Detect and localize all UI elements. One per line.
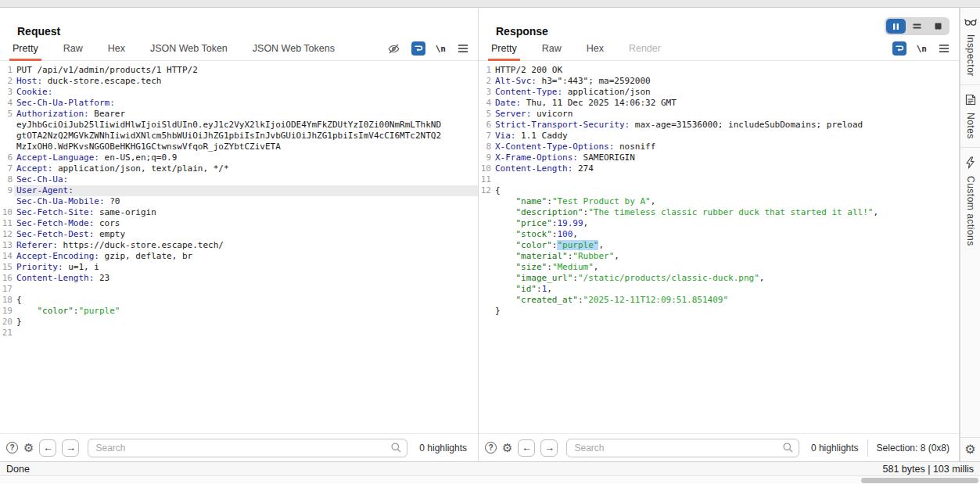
pause-intercept-button[interactable] bbox=[886, 19, 906, 34]
code-line[interactable]: "id":1, bbox=[479, 284, 959, 295]
code-line[interactable]: "price":19.99, bbox=[479, 218, 959, 229]
code-line[interactable]: 17 bbox=[0, 284, 478, 295]
newline-chars-icon[interactable]: \n bbox=[436, 44, 446, 54]
code-line[interactable]: 13Referer: https://duck-store.escape.tec… bbox=[0, 240, 478, 251]
request-search-input[interactable] bbox=[88, 439, 407, 457]
code-line[interactable]: eyJhbGciOiJub25lIiwidHlwIjoiSldUIn0.eyJ1… bbox=[0, 120, 478, 131]
code-line[interactable]: 10Content-Length: 274 bbox=[479, 163, 959, 174]
code-line[interactable]: 8X-Content-Type-Options: nosniff bbox=[479, 142, 959, 152]
code-line[interactable]: "image_url":"/static/products/classic-du… bbox=[479, 273, 959, 284]
code-line[interactable]: "created_at":"2025-12-11T12:09:51.851409… bbox=[479, 295, 959, 306]
code-line[interactable]: 8Sec-Ch-Ua: bbox=[0, 174, 478, 185]
code-line[interactable]: 7Accept: application/json, text/plain, *… bbox=[0, 163, 478, 174]
code-line[interactable]: 12{ bbox=[479, 185, 959, 196]
code-line[interactable]: } bbox=[479, 306, 959, 317]
next-match-button[interactable]: → bbox=[62, 439, 79, 457]
code-line[interactable]: 5Server: uvicorn bbox=[479, 109, 959, 120]
line-number: 16 bbox=[0, 273, 14, 284]
request-editor[interactable]: 1PUT /api/v1/admin/products/1 HTTP/22Hos… bbox=[0, 61, 478, 433]
sidebar-item-notes[interactable]: Notes bbox=[960, 85, 980, 148]
code-line[interactable]: 3Cookie: bbox=[0, 87, 478, 98]
line-content: Accept: application/json, text/plain, */… bbox=[14, 163, 478, 174]
code-line[interactable]: 3Content-Type: application/json bbox=[479, 87, 959, 98]
tab-raw[interactable]: Raw bbox=[540, 38, 563, 60]
code-line[interactable]: 2Alt-Svc: h3=":443"; ma=2592000 bbox=[479, 76, 959, 87]
code-line[interactable]: 6Accept-Language: en-US,en;q=0.9 bbox=[0, 152, 478, 163]
tab-raw[interactable]: Raw bbox=[62, 38, 84, 60]
queue-intercept-button[interactable] bbox=[907, 19, 927, 34]
prev-match-button[interactable]: ← bbox=[39, 439, 56, 457]
line-content: Sec-Ch-Ua-Mobile: ?0 bbox=[14, 196, 478, 207]
line-number: 13 bbox=[0, 240, 14, 251]
tab-pretty[interactable]: Pretty bbox=[11, 38, 40, 60]
code-line[interactable]: 18{ bbox=[0, 295, 478, 306]
code-line[interactable]: 20} bbox=[0, 317, 478, 328]
selection-info: Selection: 8 (0x8) bbox=[874, 443, 951, 454]
horizontal-scrollbar[interactable] bbox=[861, 478, 978, 483]
code-line[interactable]: "stock":100, bbox=[479, 229, 959, 240]
code-line[interactable]: 12Sec-Fetch-Dest: empty bbox=[0, 229, 478, 240]
code-line[interactable]: 16Content-Length: 23 bbox=[0, 273, 478, 284]
code-line[interactable]: 14Accept-Encoding: gzip, deflate, br bbox=[0, 251, 478, 262]
tab-hex[interactable]: Hex bbox=[585, 38, 605, 60]
line-content: "color":"purple", bbox=[493, 240, 959, 251]
search-settings-gear-icon[interactable]: ⚙ bbox=[502, 442, 512, 454]
editor-menu-icon[interactable] bbox=[456, 41, 470, 56]
editor-menu-icon[interactable] bbox=[937, 41, 951, 56]
line-number: 9 bbox=[479, 152, 493, 163]
next-match-button[interactable]: → bbox=[540, 439, 558, 457]
code-line[interactable]: gtOTA2NzQ2MGVkZWNhIiwidXNlcm5hbWUiOiJhZG… bbox=[0, 131, 478, 142]
newline-chars-icon[interactable]: \n bbox=[917, 44, 927, 54]
line-content: "color":"purple" bbox=[14, 306, 478, 317]
line-number: 10 bbox=[0, 207, 14, 218]
code-line[interactable]: 19 "color":"purple" bbox=[0, 306, 478, 317]
tab-json-web-token[interactable]: JSON Web Token bbox=[149, 38, 229, 60]
response-editor[interactable]: 1HTTP/2 200 OK2Alt-Svc: h3=":443"; ma=25… bbox=[479, 61, 959, 433]
code-line[interactable]: "size":"Medium", bbox=[479, 262, 959, 273]
code-line[interactable]: 15Priority: u=1, i bbox=[0, 262, 478, 273]
code-line[interactable]: MzIxOH0.WdPKvsNGGOBeHKHG1GCtwnswVfqoR_jo… bbox=[0, 142, 478, 152]
tab-pretty[interactable]: Pretty bbox=[490, 38, 519, 60]
help-icon[interactable]: ? bbox=[485, 442, 497, 454]
sidebar-item-custom-actions[interactable]: Custom actions bbox=[960, 148, 980, 437]
status-text: Done bbox=[6, 464, 30, 475]
code-line[interactable]: Sec-Ch-Ua-Mobile: ?0 bbox=[0, 196, 478, 207]
code-line[interactable]: 5Authorization: Bearer bbox=[0, 109, 478, 120]
code-line[interactable]: 21 bbox=[0, 328, 478, 339]
search-icon bbox=[390, 442, 402, 454]
help-icon[interactable]: ? bbox=[6, 442, 18, 454]
code-line[interactable]: 9User-Agent: bbox=[0, 185, 478, 196]
code-line[interactable]: 7Via: 1.1 Caddy bbox=[479, 131, 959, 142]
sidebar-item-label: Inspector bbox=[965, 34, 976, 77]
code-line[interactable]: "name":"Test Product by A", bbox=[479, 196, 959, 207]
code-line[interactable]: 11 bbox=[479, 174, 959, 185]
code-line[interactable]: 4Date: Thu, 11 Dec 2025 14:06:32 GMT bbox=[479, 98, 959, 109]
prev-match-button[interactable]: ← bbox=[518, 439, 535, 457]
code-line[interactable]: 1HTTP/2 200 OK bbox=[479, 65, 959, 76]
sidebar-settings[interactable]: ⚙ bbox=[960, 437, 980, 461]
line-content: Sec-Ch-Ua: bbox=[14, 174, 478, 185]
line-content: } bbox=[14, 317, 478, 328]
stop-intercept-button[interactable] bbox=[928, 19, 948, 34]
code-line[interactable]: 2Host: duck-store.escape.tech bbox=[0, 76, 478, 87]
tab-json-web-tokens[interactable]: JSON Web Tokens bbox=[251, 38, 336, 60]
hide-headers-eye-off-icon[interactable] bbox=[387, 41, 401, 56]
soft-wrap-icon[interactable] bbox=[411, 41, 425, 56]
soft-wrap-icon[interactable] bbox=[892, 41, 906, 56]
line-content: Content-Length: 23 bbox=[14, 273, 478, 284]
code-line[interactable]: 1PUT /api/v1/admin/products/1 HTTP/2 bbox=[0, 65, 478, 76]
code-line[interactable]: 4Sec-Ch-Ua-Platform: bbox=[0, 98, 478, 109]
line-content: Accept-Encoding: gzip, deflate, br bbox=[14, 251, 478, 262]
code-line[interactable]: 6Strict-Transport-Security: max-age=3153… bbox=[479, 120, 959, 131]
line-number: 6 bbox=[479, 120, 493, 131]
search-settings-gear-icon[interactable]: ⚙ bbox=[23, 442, 34, 454]
response-search-input[interactable] bbox=[566, 439, 799, 457]
code-line[interactable]: "color":"purple", bbox=[479, 240, 959, 251]
code-line[interactable]: 11Sec-Fetch-Mode: cors bbox=[0, 218, 478, 229]
code-line[interactable]: "material":"Rubber", bbox=[479, 251, 959, 262]
code-line[interactable]: "description":"The timeless classic rubb… bbox=[479, 207, 959, 218]
sidebar-item-inspector[interactable]: Inspector bbox=[960, 8, 980, 85]
tab-hex[interactable]: Hex bbox=[106, 38, 127, 60]
code-line[interactable]: 9X-Frame-Options: SAMEORIGIN bbox=[479, 152, 959, 163]
code-line[interactable]: 10Sec-Fetch-Site: same-origin bbox=[0, 207, 478, 218]
